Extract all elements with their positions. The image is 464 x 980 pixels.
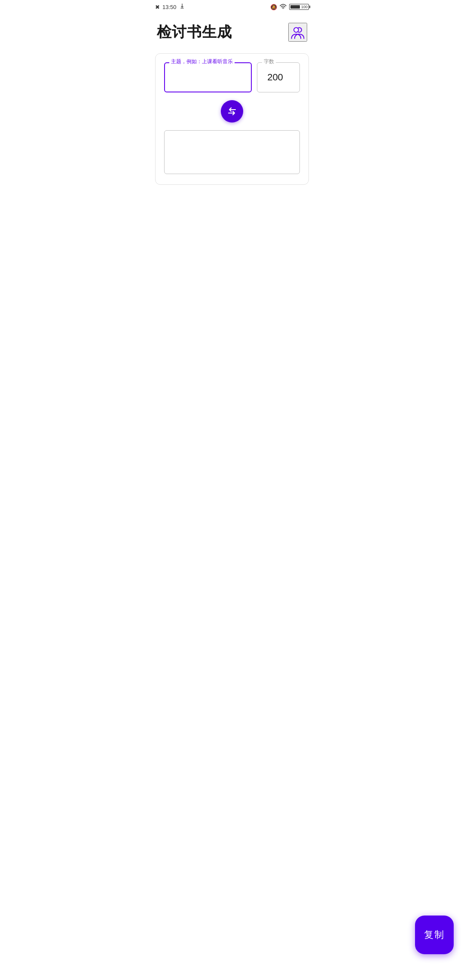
- usb-icon: [179, 3, 185, 11]
- sim-icon: ✖: [155, 4, 160, 10]
- battery-icon: 100: [289, 4, 309, 10]
- status-left: ✖ 13:50: [155, 3, 185, 11]
- svg-point-2: [294, 28, 299, 32]
- main-card: 主题，例如：上课看听音乐 字数: [155, 53, 309, 185]
- bell-mute-icon: 🔕: [270, 4, 277, 10]
- generate-btn-container: [164, 100, 300, 122]
- generate-button[interactable]: [221, 100, 243, 122]
- status-right: 🔕 100: [270, 3, 309, 10]
- theme-field: 主题，例如：上课看听音乐: [164, 62, 252, 92]
- time: 13:50: [162, 4, 177, 10]
- wordcount-input[interactable]: [257, 62, 300, 92]
- wifi-icon: [280, 3, 287, 10]
- theme-field-label: 主题，例如：上课看听音乐: [169, 58, 235, 65]
- swap-icon: [226, 105, 238, 117]
- svg-point-0: [283, 8, 284, 9]
- wordcount-field: 字数: [257, 62, 300, 92]
- output-textarea[interactable]: [164, 130, 300, 174]
- theme-input[interactable]: [164, 62, 252, 92]
- page-title: 检讨书生成: [157, 22, 232, 42]
- user-profile-button[interactable]: [288, 23, 307, 42]
- input-row: 主题，例如：上课看听音乐 字数: [164, 62, 300, 92]
- header: 检讨书生成: [148, 14, 316, 49]
- user-group-icon: [290, 24, 305, 40]
- status-bar: ✖ 13:50 🔕 100: [148, 0, 316, 14]
- wordcount-field-label: 字数: [262, 58, 276, 65]
